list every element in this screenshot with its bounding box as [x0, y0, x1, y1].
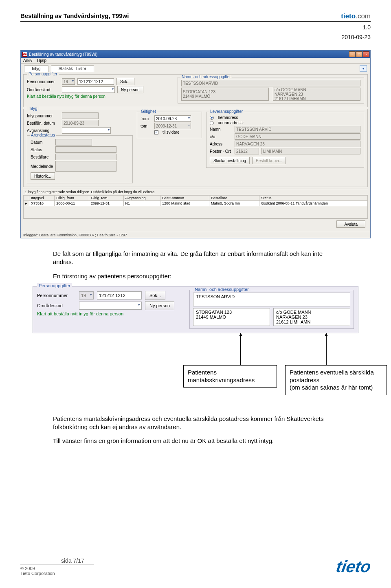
callout-right-l2: (om sådan saknas är här tomt) — [290, 384, 382, 392]
lbl-annan: annan adress: — [218, 121, 244, 125]
app-window: Wi Beställning av tandvårdsintyg (T99Wi)… — [20, 50, 371, 238]
fld-from[interactable]: 2010-09-23 — [154, 115, 191, 122]
e-addr-sub: Namn- och adressuppgifter TESTSSON ARVID… — [189, 290, 354, 329]
lbl-tillsvidare: tillsvidare — [163, 130, 180, 134]
group-arendestatus: Ärendestatus Datum Status Beställare Med… — [27, 135, 133, 183]
tab-overflow-icon[interactable]: ▾ — [360, 65, 367, 72]
callout-left-text: Patientens mantalsskrivningsadress — [188, 369, 255, 383]
footer-button-bar: Avsluta — [23, 218, 368, 229]
arrow-left — [240, 333, 241, 365]
logo-brand: tieto — [341, 12, 356, 20]
minimize-button[interactable]: – — [349, 51, 356, 57]
e-fld-omr[interactable] — [79, 302, 142, 310]
e-lbl-omr: Områdeskod — [37, 303, 76, 308]
addr2-l1: c/o GODE MANN — [275, 88, 306, 92]
window-controls: – □ × — [349, 51, 369, 57]
para-3: Patientens mantalsskrivningsadress och e… — [53, 415, 338, 432]
tab-statistik[interactable]: Statistik –Listor — [51, 65, 94, 72]
e-addr2: c/o GODE MANN NÄRVÄGEN 23 21612 LIMHAMN — [273, 308, 350, 326]
group-personuppgifter: Personuppgifter Personnummer 19 121212-1… — [23, 74, 368, 107]
td-1: 2006-08-11 — [55, 201, 89, 206]
maximize-button[interactable]: □ — [356, 51, 362, 57]
fld-avgr[interactable] — [62, 127, 111, 134]
e-fld-pnr[interactable]: 121212-1212 — [97, 291, 142, 300]
lbl-medd: Meddelande — [31, 164, 53, 169]
e-a2l2: NÄRVÄGEN 23 — [276, 315, 347, 319]
legend-addr: Namn- och adressuppgifter — [180, 75, 232, 79]
btn-sok[interactable]: Sök... — [116, 78, 134, 85]
tab-intyg[interactable]: Intyg — [24, 65, 48, 72]
td-4: 1280 Malmö stad — [160, 201, 209, 206]
th-5: Bestallare — [209, 196, 259, 201]
e-btn-ny[interactable]: Ny person — [145, 301, 174, 310]
window-title: Beställning av tandvårdsintyg (T99Wi) — [29, 52, 97, 57]
menu-hjalp[interactable]: Hjälp — [37, 58, 46, 63]
e-name: TESTSSON ARVID — [193, 293, 350, 306]
fld-bestdatum: 2010-09-23 — [62, 120, 99, 126]
doc-title: Beställning av Tandvårdsintyg, T99wi — [20, 12, 129, 19]
lbl-avgr: Avgränsning — [27, 128, 59, 133]
fld-lev-co: GODE MANN — [235, 133, 360, 140]
fld-addr1: STORGATAN 123 21449 MALMÖ — [181, 88, 269, 101]
grid-intyg[interactable]: IntygsId Giltig_from Giltig_tom Avgransn… — [23, 195, 368, 206]
fld-status — [55, 146, 116, 153]
para-2: En förstoring av patientens personuppgif… — [53, 272, 338, 280]
radio-hemadress[interactable] — [210, 116, 214, 120]
titlebar: Wi Beställning av tandvårdsintyg (T99Wi)… — [21, 51, 370, 58]
legend-arende: Ärendestatus — [30, 133, 56, 137]
td-6: Godkänt 2006-08-11 Tandvårdsnämnden — [259, 201, 368, 206]
app-icon: Wi — [22, 52, 27, 57]
logo-suffix: .com — [356, 12, 371, 20]
addr2-l3: 21612 LIMHAMN — [275, 97, 306, 101]
callout-right: Patientens eventuella särskilda postadre… — [285, 365, 387, 395]
fld-addr2: c/o GODE MANN NÄRVÄGEN 23 21612 LIMHAMN — [273, 88, 360, 101]
fld-century[interactable]: 19 — [62, 78, 75, 85]
fld-lev-ort: LIMHAMN — [261, 148, 360, 154]
lbl-intygsnr: Intygsnummer — [27, 114, 59, 118]
th-2: Giltig_tom — [89, 196, 123, 201]
footer-left: sida 7/17 © 2009 Tieto Corporation — [20, 557, 94, 576]
fld-lev-postnr: 21612 — [235, 148, 259, 154]
fld-medd — [55, 161, 116, 172]
th-4: BestKommun — [160, 196, 209, 201]
grid-hint: 1 intyg finns registrerade sedan tidigar… — [23, 189, 368, 195]
fld-pnr[interactable]: 121212-1212 — [77, 78, 114, 85]
btn-ny-person[interactable]: Ny person — [117, 86, 143, 93]
grid-header-row: IntygsId Giltig_from Giltig_tom Avgransn… — [24, 196, 368, 201]
close-button[interactable]: × — [363, 51, 369, 57]
tabstrip: Intyg Statistik –Listor ▾ — [21, 64, 370, 72]
btn-avsluta[interactable]: Avsluta — [336, 220, 365, 228]
doc-header: Beställning av Tandvårdsintyg, T99wi tie… — [20, 12, 371, 22]
e-fld-century[interactable]: 19 — [79, 291, 94, 300]
td-5: Malmö, Södra Inn — [209, 201, 259, 206]
e-a2l3: 21612 LIMHAMN — [276, 319, 347, 324]
group-intyg: Intyg Intygsnummer Beställn. datum2010-0… — [23, 109, 368, 187]
legend-intyg: Intyg — [27, 106, 39, 111]
addr1-l2: 21449 MALMÖ — [183, 94, 210, 99]
legend-gilt: Giltighet — [140, 109, 157, 114]
lbl-omradeskod: Områdeskod — [27, 88, 59, 92]
e-btn-sok[interactable]: Sök... — [145, 291, 165, 300]
legend-person: Personuppgifter — [27, 72, 59, 76]
lbl-lev-co: c/o — [210, 134, 232, 139]
body-text-1: De fält som är tillgängliga för inmatnin… — [53, 250, 338, 280]
grid-row[interactable]: ▸ X73516 2006-08-11 2099-12-31 N1 1280 M… — [24, 201, 368, 206]
e-a2l1: c/o GODE MANN — [276, 310, 347, 315]
group-giltighet: Giltighet from2010-09-23 tom2099-12-31 ✓… — [137, 112, 202, 138]
chk-tillsvidare[interactable]: ✓ — [154, 130, 158, 134]
menu-arkiv[interactable]: Arkiv — [23, 58, 32, 63]
e-a1l1: STORGATAN 123 — [196, 310, 267, 315]
menubar: Arkiv Hjälp — [21, 58, 370, 64]
th-6: Status — [259, 196, 368, 201]
page-footer: sida 7/17 © 2009 Tieto Corporation tieto — [20, 557, 371, 576]
logo-top: tieto.com — [341, 12, 371, 20]
fld-lev-adress: NÄRVÄGEN 23 — [235, 141, 360, 147]
lbl-tom: tom — [141, 124, 152, 128]
radio-annan[interactable] — [210, 121, 214, 125]
e-status: Klart att beställa nytt intyg för denna … — [37, 311, 123, 316]
doc-meta: 1.0 2010-09-23 — [20, 24, 371, 40]
fld-omradeskod[interactable] — [62, 86, 115, 93]
addr2-l2: NÄRVÄGEN 23 — [275, 92, 303, 97]
btn-skicka[interactable]: Skicka beställning — [210, 157, 250, 164]
btn-historik[interactable]: Historik... — [31, 172, 55, 180]
